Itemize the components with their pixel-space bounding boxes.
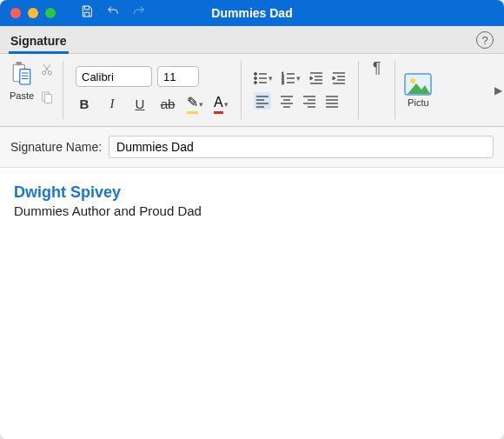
- svg-text:3: 3: [282, 80, 284, 85]
- insert-picture-group[interactable]: Pictu: [404, 59, 432, 121]
- paragraph-group: ▾ 123▾: [250, 59, 349, 121]
- font-family-select[interactable]: Calibri: [76, 66, 152, 87]
- signature-name-input[interactable]: [109, 136, 494, 158]
- increase-indent-button[interactable]: [332, 71, 346, 85]
- close-window-button[interactable]: [10, 8, 21, 18]
- decrease-indent-button[interactable]: [309, 71, 323, 85]
- highlight-color-button[interactable]: ✎▾: [187, 94, 203, 114]
- quick-access-toolbar: [80, 4, 146, 22]
- zoom-window-button[interactable]: [45, 8, 56, 18]
- svg-marker-31: [333, 76, 335, 80]
- strikethrough-button[interactable]: ab: [159, 96, 176, 111]
- font-size-select[interactable]: 11: [157, 66, 199, 87]
- signature-author-name: Dwight Spivey: [14, 183, 490, 202]
- picture-icon: [404, 73, 432, 96]
- cut-icon[interactable]: [40, 63, 54, 80]
- redo-icon[interactable]: [132, 4, 146, 22]
- signature-editor-area[interactable]: Dwight Spivey Dummies Author and Proud D…: [0, 168, 504, 439]
- undo-icon[interactable]: [106, 4, 120, 22]
- paste-icon[interactable]: [9, 59, 35, 89]
- signature-author-title: Dummies Author and Proud Dad: [14, 203, 490, 218]
- align-left-button[interactable]: [254, 92, 271, 110]
- underline-button[interactable]: U: [131, 96, 149, 111]
- svg-rect-1: [17, 62, 23, 65]
- picture-label: Pictu: [408, 97, 428, 108]
- ribbon-overflow-icon[interactable]: ▶: [494, 84, 502, 96]
- svg-marker-26: [310, 76, 313, 80]
- titlebar: Dummies Dad: [0, 0, 504, 26]
- ribbon-tabbar: Signature ?: [0, 26, 504, 54]
- bold-button[interactable]: B: [76, 96, 93, 111]
- minimize-window-button[interactable]: [28, 8, 38, 18]
- svg-point-12: [254, 81, 256, 83]
- font-group: Calibri 11 B I U ab ✎▾ A▾: [72, 59, 232, 121]
- window-title: Dummies Dad: [211, 6, 292, 20]
- help-icon[interactable]: ?: [476, 31, 494, 49]
- window-controls: [10, 8, 56, 18]
- signature-editor-window: Dummies Dad Signature ? Paste: [0, 0, 504, 439]
- svg-rect-2: [20, 70, 30, 84]
- copy-icon[interactable]: [40, 90, 54, 108]
- svg-point-49: [410, 78, 415, 83]
- numbered-list-button[interactable]: 123▾: [282, 71, 301, 85]
- save-icon[interactable]: [80, 4, 94, 22]
- signature-name-row: Signature Name:: [0, 127, 504, 168]
- justify-button[interactable]: [325, 94, 339, 108]
- signature-name-label: Signature Name:: [10, 140, 102, 154]
- ribbon: Paste Calibri 11 B: [0, 54, 504, 127]
- italic-button[interactable]: I: [103, 96, 121, 111]
- svg-point-7: [48, 71, 51, 75]
- show-formatting-button[interactable]: ¶: [368, 59, 387, 121]
- font-color-button[interactable]: A▾: [214, 95, 229, 114]
- svg-point-10: [254, 72, 256, 75]
- tab-signature[interactable]: Signature: [9, 30, 69, 54]
- svg-point-11: [254, 76, 256, 79]
- align-center-button[interactable]: [280, 94, 294, 108]
- svg-rect-9: [44, 95, 51, 103]
- clipboard-group: Paste: [9, 59, 54, 121]
- svg-point-6: [43, 71, 46, 75]
- bullet-list-button[interactable]: ▾: [254, 71, 273, 85]
- align-right-button[interactable]: [302, 94, 316, 108]
- paste-label: Paste: [10, 90, 34, 101]
